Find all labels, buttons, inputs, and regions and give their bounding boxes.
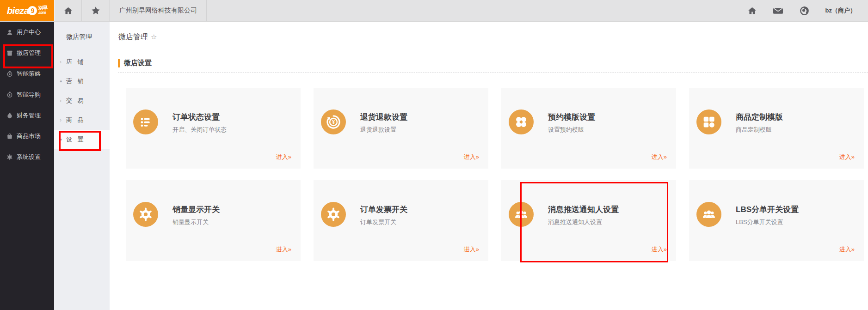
home-shortcut[interactable] bbox=[54, 0, 82, 21]
enter-link[interactable]: 进入» bbox=[839, 245, 855, 254]
bullet-icon: ● bbox=[60, 79, 66, 84]
avatar-icon[interactable] bbox=[799, 6, 810, 16]
enter-link[interactable]: 进入» bbox=[276, 245, 291, 254]
gear-icon bbox=[6, 154, 13, 160]
clover-icon bbox=[509, 109, 534, 134]
sidebar-item-label: 智能策略 bbox=[17, 70, 41, 78]
card-description: 商品定制模版 bbox=[736, 126, 772, 134]
submenu-item-trade[interactable]: › 交 易 bbox=[54, 91, 110, 110]
enter-link[interactable]: 进入» bbox=[652, 245, 667, 254]
enter-link[interactable]: 进入» bbox=[652, 153, 667, 161]
brand-logo[interactable]: bieza9别早.com bbox=[0, 0, 54, 21]
user-icon bbox=[6, 29, 13, 36]
people-icon bbox=[509, 202, 534, 227]
card-push-notify[interactable]: 消息推送通知人设置 消息推送通知人设置 进入» bbox=[501, 180, 676, 261]
mail-icon[interactable] bbox=[773, 6, 783, 16]
guide-icon bbox=[6, 91, 13, 98]
card-lbs-switch[interactable]: LBS分单开关设置 LBS分单开关设置 进入» bbox=[689, 180, 864, 261]
svg-text:¥: ¥ bbox=[332, 119, 335, 125]
card-sales-display[interactable]: 销量显示开关 销量显示开关 进入» bbox=[126, 180, 301, 261]
sidebar-item-weidian[interactable]: 微店管理 bbox=[0, 43, 54, 63]
sidebar-item-market[interactable]: 商品市场 bbox=[0, 126, 54, 146]
gear-icon bbox=[133, 202, 158, 227]
list-icon bbox=[133, 109, 158, 134]
market-icon bbox=[6, 133, 13, 140]
home-icon[interactable] bbox=[747, 6, 757, 16]
sidebar-item-label: 财务管理 bbox=[17, 111, 41, 120]
sidebar-item-label: 用户中心 bbox=[17, 28, 41, 36]
card-description: 退货退款设置 bbox=[360, 126, 396, 134]
chevron-right-icon: › bbox=[60, 59, 66, 65]
sidebar-item-system[interactable]: 系统设置 bbox=[0, 146, 54, 167]
card-booking-template[interactable]: 预约模版设置 设置预约模版 进入» bbox=[501, 88, 676, 169]
card-invoice-switch[interactable]: 订单发票开关 订单发票开关 进入» bbox=[314, 180, 488, 261]
card-title: LBS分单开关设置 bbox=[736, 204, 799, 215]
bullet-icon: ● bbox=[60, 137, 66, 142]
chevron-right-icon: › bbox=[60, 97, 66, 104]
submenu-item-settings[interactable]: ● 设 置 bbox=[54, 130, 110, 149]
card-title: 订单发票开关 bbox=[360, 204, 407, 215]
section-title: 微店设置 bbox=[124, 59, 152, 67]
section-accent-bar bbox=[118, 59, 120, 67]
gear-icon bbox=[321, 202, 346, 227]
enter-link[interactable]: 进入» bbox=[464, 245, 479, 254]
card-description: 开启、关闭订单状态 bbox=[172, 126, 227, 134]
submenu-item-label: 设 置 bbox=[66, 135, 86, 144]
card-description: 设置预约模版 bbox=[548, 126, 584, 134]
chevron-right-icon: › bbox=[60, 117, 66, 123]
sidebar-item-label: 商品市场 bbox=[17, 132, 41, 140]
shop-icon bbox=[6, 50, 13, 56]
card-title: 商品定制模版 bbox=[736, 112, 783, 122]
submenu-item-shop[interactable]: › 店 铺 bbox=[54, 52, 110, 72]
favorites-shortcut[interactable] bbox=[82, 0, 110, 21]
sidebar-item-finance[interactable]: 财务管理 bbox=[0, 105, 54, 126]
topbar: bieza9别早.com 广州别早网络科技有限公司 bz（商户） bbox=[0, 0, 868, 22]
card-title: 订单状态设置 bbox=[172, 112, 220, 122]
sidebar-item-label: 智能导购 bbox=[17, 91, 41, 99]
company-name: 广州别早网络科技有限公司 bbox=[110, 0, 207, 21]
submenu-item-label: 营 销 bbox=[66, 77, 86, 85]
card-description: LBS分单开关设置 bbox=[736, 218, 783, 226]
finance-icon bbox=[6, 112, 13, 119]
submenu-title: 微店管理 bbox=[54, 22, 110, 52]
page-title: 微店管理☆ bbox=[118, 32, 157, 42]
card-description: 订单发票开关 bbox=[360, 218, 396, 226]
primary-sidebar: 用户中心 微店管理 智能策略 智能导购 财务管理 商品市场 系统设置 bbox=[0, 22, 54, 310]
favorite-star-icon[interactable]: ☆ bbox=[151, 33, 157, 41]
submenu-item-label: 交 易 bbox=[66, 97, 86, 105]
card-order-status[interactable]: 订单状态设置 开启、关闭订单状态 进入» bbox=[126, 88, 301, 169]
main-content: 微店管理☆ 微店设置 订单状态设置 开启、关闭订单状态 进入» ¥ 退货退款设置… bbox=[110, 22, 868, 310]
sidebar-item-strategy[interactable]: 智能策略 bbox=[0, 63, 54, 84]
card-custom-template[interactable]: 商品定制模版 商品定制模版 进入» bbox=[689, 88, 864, 169]
home-icon bbox=[63, 6, 73, 16]
card-title: 销量显示开关 bbox=[172, 204, 220, 215]
user-badge[interactable]: bz（商户） bbox=[825, 6, 856, 15]
card-refund[interactable]: ¥ 退货退款设置 退货退款设置 进入» bbox=[314, 88, 488, 169]
submenu-item-marketing[interactable]: ● 营 销 bbox=[54, 72, 110, 91]
enter-link[interactable]: 进入» bbox=[464, 153, 479, 161]
grid-icon bbox=[696, 109, 721, 134]
card-description: 销量显示开关 bbox=[172, 218, 209, 226]
section-header: 微店设置 bbox=[118, 59, 152, 67]
section-divider bbox=[118, 73, 868, 73]
submenu-item-goods[interactable]: › 商 品 bbox=[54, 110, 110, 130]
sidebar-item-guide[interactable]: 智能导购 bbox=[0, 84, 54, 105]
sidebar-item-label: 系统设置 bbox=[17, 153, 41, 161]
card-title: 预约模版设置 bbox=[548, 112, 595, 122]
submenu-item-label: 商 品 bbox=[66, 116, 86, 124]
sidebar-item-user-center[interactable]: 用户中心 bbox=[0, 22, 54, 43]
card-title: 退货退款设置 bbox=[360, 112, 407, 122]
settings-card-grid: 订单状态设置 开启、关闭订单状态 进入» ¥ 退货退款设置 退货退款设置 进入»… bbox=[126, 88, 864, 261]
card-description: 消息推送通知人设置 bbox=[548, 218, 602, 226]
brand-logo-badge: 9 bbox=[28, 6, 37, 15]
card-title: 消息推送通知人设置 bbox=[548, 204, 619, 215]
secondary-sidebar: 微店管理 › 店 铺 ● 营 销 › 交 易 › 商 品 ● 设 置 bbox=[54, 22, 110, 310]
refund-icon: ¥ bbox=[321, 109, 346, 134]
strategy-icon bbox=[6, 71, 13, 77]
people-icon bbox=[696, 202, 721, 227]
enter-link[interactable]: 进入» bbox=[839, 153, 855, 161]
enter-link[interactable]: 进入» bbox=[276, 153, 291, 161]
brand-logo-text: bieza9别早.com bbox=[7, 5, 48, 16]
submenu-item-label: 店 铺 bbox=[66, 58, 86, 66]
star-icon bbox=[91, 6, 101, 16]
